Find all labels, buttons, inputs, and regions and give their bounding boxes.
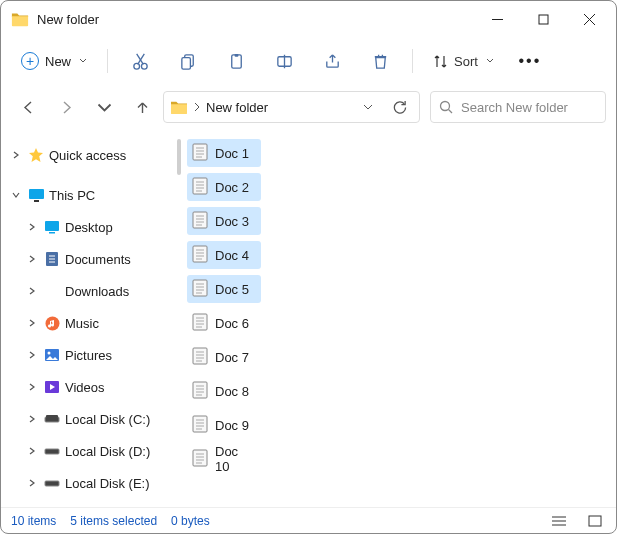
sidebar-label: Documents	[65, 252, 131, 267]
svg-rect-65	[193, 348, 207, 364]
up-button[interactable]	[125, 91, 159, 123]
file-name: Doc 10	[215, 444, 256, 474]
sidebar-label: Pictures	[65, 348, 112, 363]
expand-icon[interactable]	[25, 252, 39, 266]
sidebar-item[interactable]: Downloads	[3, 275, 175, 307]
separator	[107, 49, 108, 73]
recent-button[interactable]	[87, 91, 121, 123]
sidebar-label: This PC	[49, 188, 95, 203]
sidebar-label: Quick access	[49, 148, 126, 163]
sidebar-item[interactable]: Documents	[3, 243, 175, 275]
sidebar-label: Desktop	[65, 220, 113, 235]
file-item[interactable]: Doc 4	[187, 241, 261, 269]
sort-button[interactable]: Sort	[423, 44, 504, 78]
expand-icon[interactable]	[25, 444, 39, 458]
more-button[interactable]: •••	[508, 44, 552, 78]
svg-rect-55	[193, 280, 207, 296]
svg-rect-33	[45, 449, 59, 454]
close-button[interactable]	[566, 4, 612, 34]
new-button[interactable]: + New	[11, 44, 97, 78]
expand-icon[interactable]	[25, 316, 39, 330]
document-icon	[192, 415, 208, 436]
item-icon	[43, 250, 61, 268]
file-list[interactable]: Doc 1Doc 2Doc 3Doc 4Doc 5Doc 6Doc 7Doc 8…	[181, 129, 616, 507]
expand-icon[interactable]	[25, 284, 39, 298]
file-item[interactable]: Doc 1	[187, 139, 261, 167]
toolbar: + New Sort •••	[1, 37, 616, 85]
svg-rect-34	[45, 481, 59, 486]
svg-line-18	[449, 110, 453, 114]
sidebar-item[interactable]: Videos	[3, 371, 175, 403]
collapse-icon[interactable]	[9, 188, 23, 202]
file-item[interactable]: Doc 9	[187, 411, 261, 439]
sidebar-item[interactable]: Music	[3, 307, 175, 339]
expand-icon[interactable]	[25, 380, 39, 394]
document-icon	[192, 347, 208, 368]
file-name: Doc 4	[215, 248, 249, 263]
expand-icon[interactable]	[25, 476, 39, 490]
sidebar-item-this-pc[interactable]: This PC	[3, 179, 175, 211]
document-icon	[192, 211, 208, 232]
expand-icon[interactable]	[25, 412, 39, 426]
svg-rect-88	[589, 516, 601, 526]
file-item[interactable]: Doc 5	[187, 275, 261, 303]
folder-icon	[170, 99, 188, 115]
sidebar-item[interactable]: Desktop	[3, 211, 175, 243]
svg-rect-45	[193, 212, 207, 228]
splitter[interactable]	[177, 129, 181, 507]
sidebar-item[interactable]: Local Disk (D:)	[3, 435, 175, 467]
address-bar[interactable]: New folder	[163, 91, 420, 123]
search-box[interactable]: Search New folder	[430, 91, 606, 123]
file-name: Doc 2	[215, 180, 249, 195]
file-item[interactable]: Doc 10	[187, 445, 261, 473]
forward-button[interactable]	[49, 91, 83, 123]
folder-icon	[11, 10, 29, 28]
svg-rect-19	[29, 189, 44, 199]
back-button[interactable]	[11, 91, 45, 123]
sidebar-label: Videos	[65, 380, 105, 395]
pc-icon	[27, 186, 45, 204]
svg-point-17	[441, 102, 450, 111]
document-icon	[192, 245, 208, 266]
sidebar-label: Music	[65, 316, 99, 331]
minimize-button[interactable]	[474, 4, 520, 34]
expand-icon[interactable]	[25, 220, 39, 234]
document-icon	[192, 381, 208, 402]
sidebar-item[interactable]: Local Disk (E:)	[3, 467, 175, 499]
rename-button[interactable]	[262, 44, 306, 78]
expand-icon[interactable]	[9, 148, 23, 162]
sidebar-item-quick-access[interactable]: Quick access	[3, 139, 175, 171]
file-name: Doc 5	[215, 282, 249, 297]
search-placeholder: Search New folder	[461, 100, 568, 115]
share-button[interactable]	[310, 44, 354, 78]
item-icon	[43, 442, 61, 460]
svg-rect-40	[193, 178, 207, 194]
copy-button[interactable]	[166, 44, 210, 78]
file-item[interactable]: Doc 3	[187, 207, 261, 235]
maximize-button[interactable]	[520, 4, 566, 34]
address-dropdown[interactable]	[355, 93, 381, 121]
selection-count: 5 items selected	[70, 514, 157, 528]
paste-button[interactable]	[214, 44, 258, 78]
svg-rect-22	[49, 232, 55, 234]
main-area: Quick access This PC DesktopDocumentsDow…	[1, 129, 616, 507]
cut-button[interactable]	[118, 44, 162, 78]
sort-label: Sort	[454, 54, 478, 69]
refresh-button[interactable]	[387, 93, 413, 121]
file-item[interactable]: Doc 6	[187, 309, 261, 337]
svg-line-6	[137, 53, 144, 63]
svg-rect-80	[193, 450, 207, 466]
delete-button[interactable]	[358, 44, 402, 78]
star-icon	[27, 146, 45, 164]
file-item[interactable]: Doc 7	[187, 343, 261, 371]
details-view-button[interactable]	[548, 511, 570, 531]
sidebar-label: Local Disk (E:)	[65, 476, 150, 491]
item-icon	[43, 314, 61, 332]
sidebar-item[interactable]: Pictures	[3, 339, 175, 371]
file-item[interactable]: Doc 2	[187, 173, 261, 201]
expand-icon[interactable]	[25, 348, 39, 362]
sort-icon	[433, 54, 448, 69]
sidebar-item[interactable]: Local Disk (C:)	[3, 403, 175, 435]
file-item[interactable]: Doc 8	[187, 377, 261, 405]
icons-view-button[interactable]	[584, 511, 606, 531]
